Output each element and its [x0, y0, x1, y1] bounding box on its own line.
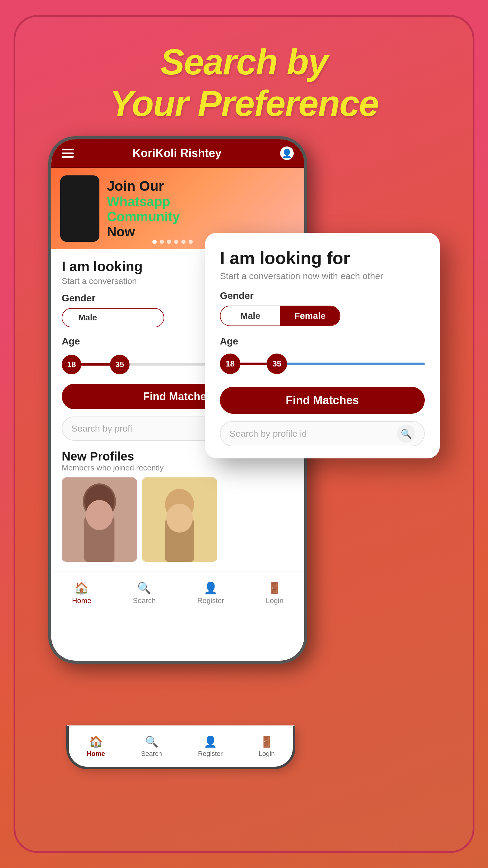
login-label-front: Login: [258, 750, 275, 758]
popup-age-track-blue: [281, 363, 425, 365]
gender-toggle-back: Male: [62, 308, 164, 327]
search-label-back: Search: [133, 596, 156, 605]
page-title: Search by Your Preference: [110, 41, 379, 124]
phones-container: KoriKoli Rishtey 👤 Join Our Whatsapp Com…: [48, 136, 440, 769]
profile-image-boy[interactable]: [142, 477, 217, 562]
search-icon[interactable]: 🔍: [397, 425, 415, 443]
bottom-nav-back: 🏠 Home 🔍 Search 👤 Register 🚪 Login: [51, 571, 304, 615]
banner-text: Join Our Whatsapp Community Now: [107, 178, 304, 239]
search-icon-back: 🔍: [137, 581, 151, 595]
dot-4: [174, 240, 178, 244]
svg-point-4: [86, 500, 113, 530]
popup-search-input[interactable]: Search by profile id 🔍: [220, 421, 425, 446]
home-label-back: Home: [72, 596, 91, 605]
svg-point-8: [166, 504, 193, 532]
popup-gender-toggle: Male Female: [220, 306, 340, 326]
home-icon-front: 🏠: [89, 735, 103, 748]
search-label-front: Search: [141, 750, 162, 758]
title-line1: Search by: [160, 41, 328, 82]
age-max-bubble-back: 35: [110, 355, 130, 374]
popup-sub: Start a conversation now with each other: [220, 271, 425, 281]
banner-dots: [153, 240, 193, 244]
home-icon-back: 🏠: [74, 581, 89, 595]
popup-title: I am looking for: [220, 248, 425, 268]
popup-gender-label: Gender: [220, 290, 425, 301]
dot-3: [167, 240, 171, 244]
popup-age-label: Age: [220, 336, 425, 347]
age-min-bubble-back: 18: [62, 355, 82, 374]
profile-images: [62, 477, 294, 562]
outer-card: Search by Your Preference KoriKoli Risht…: [13, 15, 475, 853]
register-icon-front: 👤: [204, 735, 217, 748]
hamburger-menu-icon[interactable]: [62, 149, 74, 158]
gender-female-btn-back[interactable]: [113, 309, 164, 327]
title-line2: Your Preference: [110, 83, 379, 124]
nav-register-front[interactable]: 👤 Register: [198, 735, 223, 758]
popup-find-matches-btn[interactable]: Find Matches: [220, 387, 425, 414]
profile-image-girl[interactable]: [62, 477, 137, 562]
new-profiles-section: New Profiles Members who joined recently: [62, 450, 294, 562]
login-label-back: Login: [266, 596, 284, 605]
bottom-nav-front: 🏠 Home 🔍 Search 👤 Register 🚪 Login: [66, 725, 295, 769]
login-icon-back: 🚪: [267, 581, 282, 595]
new-profiles-sub: Members who joined recently: [62, 463, 294, 472]
profile-icon[interactable]: 👤: [280, 147, 294, 160]
nav-home-front[interactable]: 🏠 Home: [87, 735, 105, 758]
search-placeholder-back: Search by profi: [71, 424, 132, 434]
dot-2: [160, 240, 164, 244]
app-title-back: KoriKoli Rishtey: [133, 147, 222, 160]
popup-age-max-bubble: 35: [267, 353, 287, 374]
nav-home-back[interactable]: 🏠 Home: [72, 581, 91, 605]
popup-gender-male-btn[interactable]: Male: [221, 306, 280, 326]
banner-whatsapp-text: Whatsapp Community: [107, 194, 304, 224]
login-icon-front: 🚪: [260, 735, 273, 748]
dot-6: [189, 240, 193, 244]
gender-male-btn-back[interactable]: Male: [62, 309, 113, 327]
popup-gender-female-btn[interactable]: Female: [280, 306, 340, 326]
search-icon-front: 🔍: [145, 735, 158, 748]
nav-login-front[interactable]: 🚪 Login: [258, 735, 275, 758]
app-header-back: KoriKoli Rishtey 👤: [51, 139, 304, 168]
popup-card: I am looking for Start a conversation no…: [205, 233, 440, 458]
register-label-front: Register: [198, 750, 223, 758]
home-label-front: Home: [87, 750, 105, 758]
banner-phone-thumb: [60, 176, 99, 242]
dot-5: [181, 240, 186, 244]
register-label-back: Register: [197, 596, 224, 605]
nav-search-back[interactable]: 🔍 Search: [133, 581, 156, 605]
nav-login-back[interactable]: 🚪 Login: [266, 581, 284, 605]
nav-register-back[interactable]: 👤 Register: [197, 581, 224, 605]
popup-search-placeholder: Search by profile id: [230, 429, 307, 439]
popup-age-slider[interactable]: 18 35: [220, 352, 425, 376]
popup-age-track: [230, 363, 425, 365]
register-icon-back: 👤: [204, 581, 218, 595]
nav-search-front[interactable]: 🔍 Search: [141, 735, 162, 758]
banner-join-text: Join Our: [107, 178, 304, 194]
dot-1: [153, 240, 157, 244]
popup-age-min-bubble: 18: [220, 353, 240, 374]
